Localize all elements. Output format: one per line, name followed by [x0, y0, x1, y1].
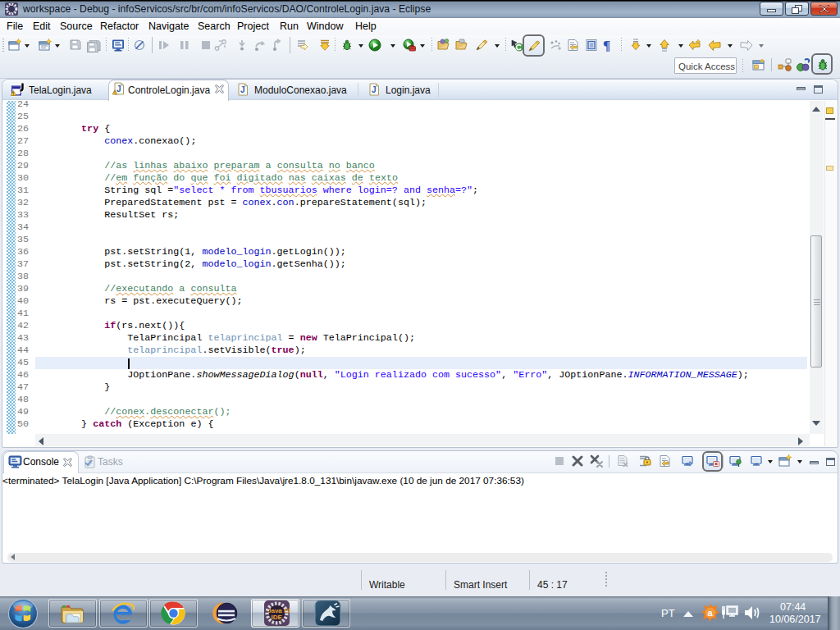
svg-text:a: a: [708, 608, 714, 618]
svg-text:J: J: [240, 85, 245, 94]
svg-text:J: J: [372, 85, 377, 94]
svg-text:¶: ¶: [603, 39, 610, 52]
svg-text:J: J: [116, 84, 121, 94]
